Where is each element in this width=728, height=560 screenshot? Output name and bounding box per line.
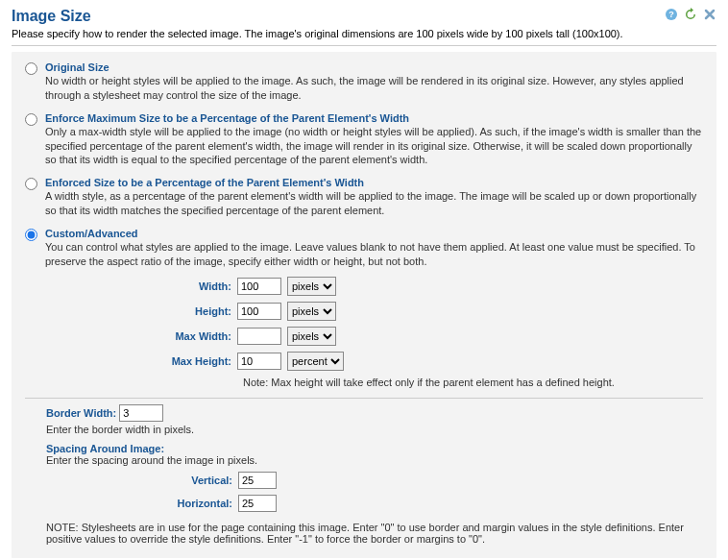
help-icon[interactable]: ? xyxy=(665,8,678,23)
divider-inner xyxy=(25,398,703,399)
label-horizontal: Horizontal: xyxy=(46,498,238,509)
options-panel: Original Size No width or height styles … xyxy=(12,52,716,558)
select-width-unit[interactable]: pixels xyxy=(287,277,336,296)
svg-text:?: ? xyxy=(668,10,674,19)
option-title-enforced-pct: Enforced Size to be a Percentage of the … xyxy=(45,177,703,188)
spacing-help: Enter the spacing around the image in pi… xyxy=(46,454,703,466)
border-help: Enter the border width in pixels. xyxy=(46,424,703,435)
input-max-height[interactable] xyxy=(237,353,281,370)
spacing-heading: Spacing Around Image: xyxy=(46,443,703,454)
max-height-note: Note: Max height will take effect only i… xyxy=(243,377,703,388)
radio-enforce-max[interactable] xyxy=(25,113,37,126)
label-height: Height: xyxy=(45,305,237,317)
input-max-width[interactable] xyxy=(237,328,281,345)
label-border-width: Border Width: xyxy=(46,407,116,419)
option-title-enforce-max: Enforce Maximum Size to be a Percentage … xyxy=(45,112,703,124)
input-vertical[interactable] xyxy=(238,472,277,489)
select-height-unit[interactable]: pixels xyxy=(287,302,336,321)
stylesheet-note: NOTE: Stylesheets are in use for the pag… xyxy=(46,522,703,545)
option-title-original: Original Size xyxy=(45,61,703,73)
option-title-custom: Custom/Advanced xyxy=(45,228,703,239)
label-max-width: Max Width: xyxy=(45,330,237,342)
refresh-icon[interactable] xyxy=(684,8,697,23)
page-title: Image Size xyxy=(12,8,716,25)
intro-text: Please specify how to render the selecte… xyxy=(12,28,716,39)
input-width[interactable] xyxy=(237,278,281,295)
divider xyxy=(12,45,716,46)
option-desc-custom: You can control what styles are applied … xyxy=(45,240,703,269)
option-desc-original: No width or height styles will be applie… xyxy=(45,74,703,103)
label-max-height: Max Height: xyxy=(45,355,237,367)
option-desc-enforce-max: Only a max-width style will be applied t… xyxy=(45,125,703,168)
select-max-width-unit[interactable]: pixels xyxy=(287,327,336,346)
input-horizontal[interactable] xyxy=(238,495,277,512)
input-border-width[interactable] xyxy=(119,404,163,422)
label-vertical: Vertical: xyxy=(46,475,238,486)
input-height[interactable] xyxy=(237,303,281,320)
label-width: Width: xyxy=(45,280,237,292)
radio-enforced-pct[interactable] xyxy=(25,178,37,190)
select-max-height-unit[interactable]: percent xyxy=(287,352,344,371)
option-desc-enforced-pct: A width style, as a percentage of the pa… xyxy=(45,189,703,218)
close-icon[interactable] xyxy=(703,8,716,23)
radio-custom[interactable] xyxy=(25,229,37,241)
radio-original[interactable] xyxy=(25,62,37,75)
